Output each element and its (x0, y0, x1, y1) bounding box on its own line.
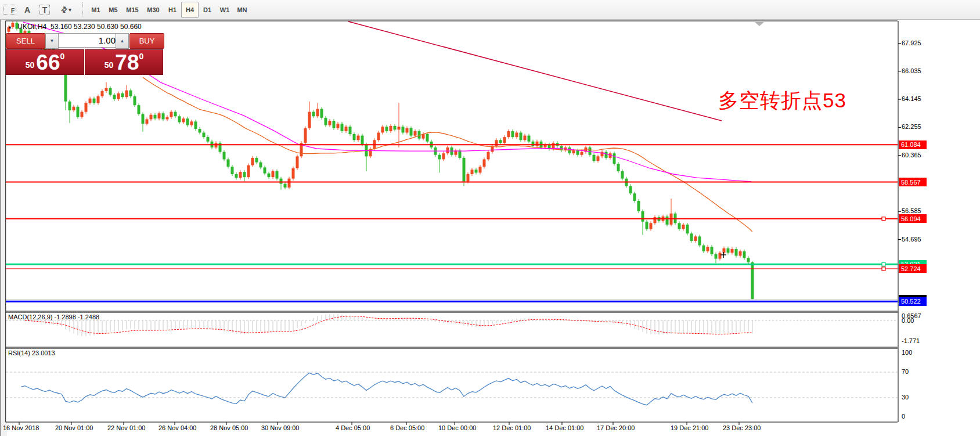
text-tool-icon[interactable]: T (37, 2, 52, 17)
spinner-up-icon: ▲ (120, 38, 125, 44)
volume-increase-button[interactable]: ▲ (116, 33, 129, 49)
sell-price-small: 50 (26, 60, 35, 70)
volume-input[interactable]: 1.00 (58, 33, 121, 48)
spinner-down-icon: ▼ (50, 38, 55, 44)
timeframe-button-m15[interactable]: M15 (122, 2, 143, 18)
sell-price-big: 66 (36, 52, 60, 73)
buy-price-sup: 0 (139, 52, 143, 61)
letter-a-icon: A (24, 5, 30, 15)
timeframe-button-h4[interactable]: H4 (181, 2, 199, 18)
collapse-panel-icon[interactable]: ▲ (8, 24, 12, 30)
buy-button[interactable]: BUY (129, 33, 164, 49)
timeframe-button-m5[interactable]: M5 (105, 2, 122, 18)
timeframe-button-mn[interactable]: MN (233, 2, 251, 18)
volume-decrease-button[interactable]: ▼ (45, 33, 59, 49)
macd-pane (6, 314, 898, 336)
indicators-tool-icon[interactable]: F (2, 2, 17, 17)
timeframe-button-w1[interactable]: W1 (216, 2, 233, 18)
buy-price-display[interactable]: 50 78 0 (85, 49, 163, 75)
buy-price-big: 78 (115, 52, 139, 73)
indicators-grid-icon: F (3, 5, 16, 15)
macd-label: MACD(12,26,9) -1.2898 -1.2488 (8, 314, 99, 320)
sell-price-display[interactable]: 50 66 0 (6, 49, 84, 75)
arrows-icon: ⇄ (59, 4, 70, 15)
rsi-label: RSI(14) 23.0013 (8, 349, 55, 356)
sell-button[interactable]: SELL (6, 33, 45, 49)
timeframe-button-m1[interactable]: M1 (87, 2, 105, 18)
arrow-objects-tool[interactable]: ⇄ ▾ (56, 2, 77, 17)
timeframe-button-h1[interactable]: H1 (164, 2, 181, 18)
timeframe-button-d1[interactable]: D1 (199, 2, 216, 18)
cursor-tool-icon[interactable]: A (20, 2, 35, 17)
rsi-pane (6, 372, 898, 405)
mt4-window: F A T ⇄ ▾ M1M5M15M30H1H4D1W1MN ▲ UKOil,H… (0, 0, 980, 436)
text-box-icon: T (39, 5, 50, 15)
one-click-trading-panel: SELL ▼ 1.00 ▲ BUY 50 66 0 50 78 0 (6, 33, 163, 74)
timeframe-button-m30[interactable]: M30 (143, 2, 164, 18)
symbol-header: ▲ UKOil,H4 53.160 53.230 50.630 50.660 (8, 23, 142, 31)
toolbar: F A T ⇄ ▾ M1M5M15M30H1H4D1W1MN (0, 0, 980, 20)
chart-annotation-text[interactable]: 多空转折点53 (718, 87, 846, 114)
chart-shift-marker (755, 22, 764, 26)
sell-price-sup: 0 (60, 52, 64, 61)
toolbar-separator (82, 2, 83, 16)
symbol-ohlc: 53.160 53.230 50.630 50.660 (51, 23, 142, 31)
symbol-name: UKOil,H4 (17, 23, 46, 31)
buy-price-small: 50 (105, 60, 114, 70)
